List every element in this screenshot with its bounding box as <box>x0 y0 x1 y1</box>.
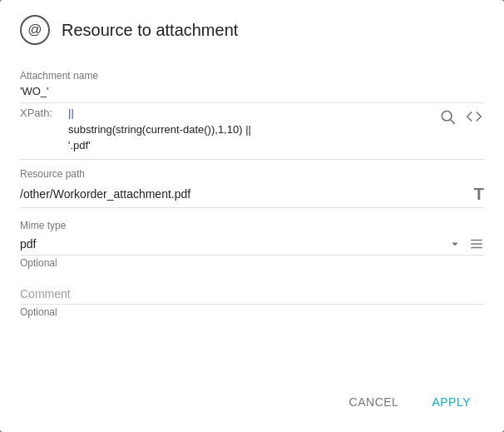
xpath-suffix: '.pdf' <box>68 137 431 154</box>
xpath-search-button[interactable] <box>437 107 457 127</box>
mime-type-value: pdf <box>20 237 447 251</box>
cancel-button[interactable]: CANCEL <box>336 389 413 415</box>
resource-path-row: /other/Workorder_attachment.pdf T <box>20 185 484 208</box>
xpath-func: substring(string(current-date()),1,10) |… <box>68 122 431 138</box>
resource-path-value: /other/Workorder_attachment.pdf <box>20 187 467 201</box>
mime-type-optional: Optional <box>20 257 484 269</box>
svg-line-1 <box>451 120 455 124</box>
attachment-name-label: Attachment name <box>20 70 484 82</box>
mime-type-section: Mime type pdf <box>20 211 484 269</box>
dialog-body: Attachment name 'WO_' XPath: || substrin… <box>0 55 504 375</box>
dialog-header: @ Resource to attachment <box>0 0 504 55</box>
xpath-row: XPath: || substring(string(current-date(… <box>20 105 484 160</box>
xpath-operator-1: || <box>68 105 431 122</box>
xpath-icons <box>437 105 484 127</box>
xpath-label: XPath: <box>20 105 62 119</box>
apply-button[interactable]: APPLY <box>418 389 484 415</box>
resource-path-text-icon[interactable]: T <box>467 185 484 204</box>
mime-type-row: pdf <box>20 236 484 256</box>
resource-to-attachment-dialog: @ Resource to attachment Attachment name… <box>0 0 504 432</box>
dialog-footer: CANCEL APPLY <box>0 375 504 432</box>
resource-path-section: Resource path /other/Workorder_attachmen… <box>20 160 484 208</box>
xpath-code-button[interactable] <box>464 107 484 127</box>
comment-section: Comment Optional <box>20 287 484 318</box>
attachment-name-section: Attachment name 'WO_' <box>20 62 484 103</box>
mime-type-icons <box>447 236 484 251</box>
comment-optional: Optional <box>20 306 484 318</box>
at-icon: @ <box>20 15 50 45</box>
mime-type-dropdown-button[interactable] <box>447 236 462 251</box>
xpath-value: || substring(string(current-date()),1,10… <box>62 105 437 154</box>
dialog-title: Resource to attachment <box>62 21 238 40</box>
resource-path-label: Resource path <box>20 168 484 180</box>
mime-type-label: Mime type <box>20 220 484 231</box>
attachment-name-value: 'WO_' <box>20 83 484 99</box>
mime-type-list-button[interactable] <box>469 236 484 251</box>
comment-label: Comment <box>20 287 484 305</box>
